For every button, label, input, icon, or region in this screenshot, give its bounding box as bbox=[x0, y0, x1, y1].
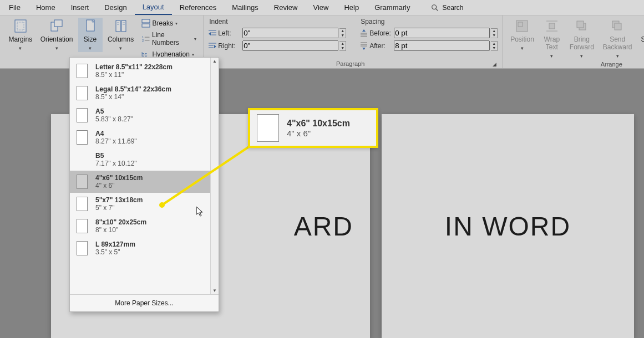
size-option-subtitle: 5.83" x 8.27" bbox=[95, 115, 133, 123]
spacing-before-spinner[interactable]: ▲▼ bbox=[491, 28, 498, 38]
page-size-icon bbox=[77, 219, 88, 233]
size-option-title: 8"x10" 20x25cm bbox=[95, 218, 146, 226]
selection-pane-button[interactable]: Selection Pane bbox=[638, 18, 644, 52]
page-size-icon bbox=[77, 64, 88, 78]
breaks-button[interactable]: Breaks▾ bbox=[139, 18, 199, 29]
size-option-5[interactable]: 4"x6" 10x15cm4" x 6" bbox=[70, 171, 210, 193]
page-size-icon bbox=[77, 241, 88, 255]
scroll-down-icon[interactable]: ▼ bbox=[212, 288, 217, 293]
scroll-up-icon[interactable]: ▲ bbox=[212, 59, 217, 64]
chevron-down-icon: ▾ bbox=[616, 53, 619, 59]
size-option-2[interactable]: A55.83" x 8.27" bbox=[70, 104, 210, 126]
svg-rect-8 bbox=[121, 21, 126, 32]
chevron-down-icon: ▾ bbox=[192, 52, 194, 57]
size-option-subtitle: 5" x 7" bbox=[95, 204, 143, 212]
tell-me-search[interactable]: Search bbox=[431, 4, 463, 12]
columns-button[interactable]: Columns ▾ bbox=[105, 18, 137, 52]
tab-review[interactable]: Review bbox=[266, 1, 306, 14]
tab-insert[interactable]: Insert bbox=[63, 1, 97, 14]
spacing-after-label: After: bbox=[369, 42, 393, 50]
size-icon bbox=[83, 19, 98, 33]
size-option-title: 4"x6" 10x15cm bbox=[95, 174, 143, 182]
chevron-down-icon: ▾ bbox=[521, 45, 524, 51]
position-button: Position ▾ bbox=[507, 18, 537, 52]
margins-label: Margins bbox=[8, 35, 32, 43]
columns-icon bbox=[114, 19, 128, 33]
size-dropdown-scrollbar[interactable]: ▲ ▼ bbox=[210, 58, 219, 294]
tab-view[interactable]: View bbox=[305, 1, 336, 14]
indent-right-spinner[interactable]: ▲▼ bbox=[339, 41, 346, 51]
bring-forward-icon bbox=[575, 19, 589, 33]
chevron-down-icon: ▾ bbox=[550, 53, 553, 59]
size-option-title: Letter 8.5"x11" 22x28cm bbox=[95, 63, 173, 71]
svg-rect-2 bbox=[15, 20, 26, 32]
tab-mailings[interactable]: Mailings bbox=[224, 1, 266, 14]
size-option-3[interactable]: A48.27" x 11.69" bbox=[70, 126, 210, 148]
indent-right-input[interactable] bbox=[242, 40, 338, 51]
chevron-down-icon: ▾ bbox=[55, 45, 58, 51]
spacing-before-label: Before: bbox=[369, 29, 393, 37]
margins-button[interactable]: Margins ▾ bbox=[6, 18, 35, 52]
send-backward-label: Send Backward bbox=[603, 35, 632, 51]
chevron-down-icon: ▾ bbox=[580, 53, 583, 59]
line-numbers-icon: 12 bbox=[141, 34, 150, 43]
size-option-title: A4 bbox=[95, 130, 137, 137]
send-backward-icon bbox=[610, 19, 625, 33]
bring-forward-button: Bring Forward ▾ bbox=[566, 18, 597, 60]
indent-heading: Indent bbox=[208, 18, 346, 25]
spacing-after-spinner[interactable]: ▲▼ bbox=[491, 41, 498, 51]
spacing-before-input[interactable] bbox=[394, 28, 490, 38]
svg-text:2: 2 bbox=[142, 39, 144, 42]
page-size-icon bbox=[77, 108, 88, 122]
tab-references[interactable]: References bbox=[172, 1, 224, 14]
paragraph-group-label: Paragraph bbox=[208, 59, 493, 67]
margins-icon bbox=[13, 19, 28, 33]
size-button[interactable]: Size ▾ bbox=[78, 18, 103, 52]
svg-point-0 bbox=[432, 4, 437, 9]
size-option-1[interactable]: Legal 8.5"x14" 22x36cm8.5" x 14" bbox=[70, 82, 210, 104]
spacing-before-icon bbox=[359, 29, 368, 38]
tab-help[interactable]: Help bbox=[336, 1, 367, 14]
spacing-after-input[interactable] bbox=[394, 40, 490, 51]
orientation-button[interactable]: Orientation ▾ bbox=[37, 18, 75, 52]
line-numbers-button[interactable]: 12 Line Numbers▾ bbox=[139, 30, 199, 48]
tab-home[interactable]: Home bbox=[28, 1, 63, 14]
page-size-icon bbox=[77, 175, 88, 189]
svg-line-1 bbox=[436, 8, 438, 11]
page-1-text: ARD bbox=[294, 211, 353, 242]
tab-file[interactable]: File bbox=[1, 1, 28, 14]
group-arrange: Position ▾ Wrap Text ▾ Bring Forward ▾ S… bbox=[503, 16, 644, 68]
svg-rect-5 bbox=[54, 20, 62, 27]
size-option-0[interactable]: Letter 8.5"x11" 22x28cm8.5" x 11" bbox=[70, 60, 210, 82]
svg-rect-38 bbox=[577, 21, 584, 28]
chevron-down-icon: ▾ bbox=[175, 21, 178, 26]
paragraph-dialog-launcher[interactable]: ◢ bbox=[493, 62, 496, 67]
line-numbers-label: Line Numbers bbox=[152, 31, 192, 47]
document-page-2[interactable]: IN WORD bbox=[382, 114, 634, 338]
indent-left-input[interactable] bbox=[242, 28, 338, 38]
more-paper-sizes[interactable]: More Paper Sizes... bbox=[70, 294, 219, 311]
size-option-8[interactable]: L 89x127mm3.5" x 5" bbox=[70, 237, 210, 259]
size-option-6[interactable]: 5"x7" 13x18cm5" x 7" bbox=[70, 193, 210, 215]
tab-layout[interactable]: Layout bbox=[135, 0, 172, 15]
size-option-subtitle: 8" x 10" bbox=[95, 226, 146, 234]
indent-left-spinner[interactable]: ▲▼ bbox=[339, 28, 346, 38]
tab-grammarly[interactable]: Grammarly bbox=[367, 1, 418, 14]
size-option-4[interactable]: B57.17" x 10.12" bbox=[70, 148, 210, 171]
size-option-subtitle: 8.5" x 11" bbox=[95, 71, 173, 79]
indent-left-label: Left: bbox=[218, 29, 241, 37]
size-option-7[interactable]: 8"x10" 20x25cm8" x 10" bbox=[70, 215, 210, 237]
indent-right-label: Right: bbox=[218, 42, 241, 50]
size-option-subtitle: 8.27" x 11.69" bbox=[95, 137, 137, 145]
position-icon bbox=[515, 19, 529, 33]
svg-rect-40 bbox=[615, 23, 621, 30]
search-icon bbox=[431, 4, 439, 12]
position-label: Position bbox=[510, 35, 534, 43]
size-option-title: B5 bbox=[95, 152, 137, 160]
size-option-subtitle: 8.5" x 14" bbox=[95, 93, 171, 101]
size-option-title: L 89x127mm bbox=[95, 240, 135, 248]
page-size-icon bbox=[77, 86, 88, 100]
wrap-text-icon bbox=[545, 19, 559, 33]
tab-design[interactable]: Design bbox=[97, 1, 134, 14]
indent-left-icon bbox=[208, 29, 217, 38]
